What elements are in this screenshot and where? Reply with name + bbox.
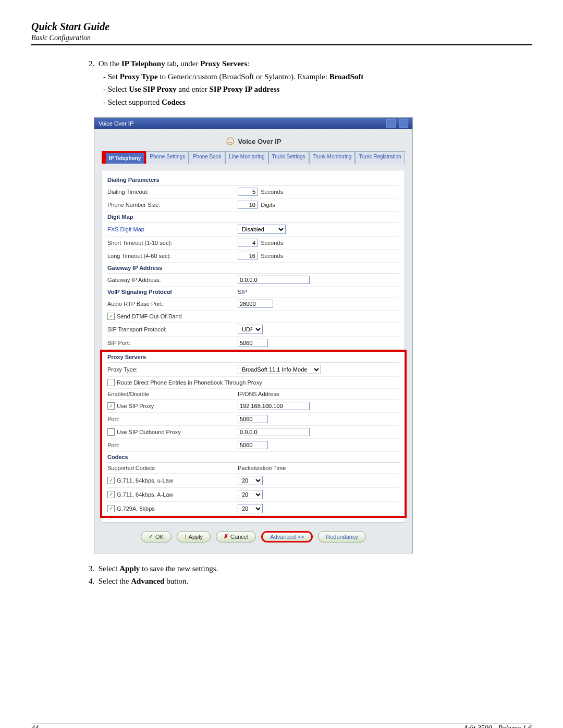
x-icon: ✗ xyxy=(224,533,228,540)
codec-alaw-checkbox[interactable]: ✓ xyxy=(107,491,115,498)
ok-button[interactable]: ✓OK xyxy=(141,531,172,542)
long-timeout-input[interactable] xyxy=(238,252,258,260)
sect-proxy: Proxy Servers xyxy=(107,352,399,363)
use-outbound-proxy-checkbox[interactable] xyxy=(107,428,115,436)
rtp-base-input[interactable] xyxy=(238,300,273,308)
instruction-steps: 2. On the IP Telephony tab, under Proxy … xyxy=(89,58,532,108)
outbound-proxy-ip-input[interactable] xyxy=(238,428,310,436)
fxs-digitmap-link[interactable]: FXS Digit Map xyxy=(107,226,238,232)
titlebar-icon-1[interactable] xyxy=(386,119,396,128)
phone-size-input[interactable] xyxy=(238,201,258,209)
sect-codecs: Codecs xyxy=(107,452,399,463)
sip-proxy-ip-input[interactable] xyxy=(238,402,310,410)
use-sip-proxy-checkbox[interactable]: ✓ xyxy=(107,402,115,410)
tab-phone-settings[interactable]: Phone Settings xyxy=(146,151,189,164)
apply-button[interactable]: !Apply xyxy=(177,531,211,542)
redundancy-button[interactable]: Redundancy xyxy=(318,531,366,542)
button-row: ✓OK !Apply ✗Cancel Advanced >> Redundanc… xyxy=(102,523,405,546)
step-2a: Set Proxy Type to Generic/custom (BroadS… xyxy=(103,71,532,83)
instruction-steps-after: 3. Select Apply to save the new settings… xyxy=(89,563,532,587)
tab-trunk-monitoring[interactable]: Trunk Monitoring xyxy=(309,151,356,164)
row-use-outbound-proxy: Use SIP Outbound Proxy xyxy=(107,426,399,439)
proxy-servers-highlight: Proxy Servers Proxy Type: BroadSoft 11.1… xyxy=(100,350,407,518)
exclaim-icon: ! xyxy=(185,534,187,540)
tab-bar: IP Telephony Phone Settings Phone Book L… xyxy=(102,151,405,164)
row-codec-g729: ✓G.729A, 8kbps 20 xyxy=(107,502,399,516)
row-fxs: FXS Digit Map Disabled xyxy=(107,223,399,237)
guide-subtitle: Basic Configuration xyxy=(31,34,532,42)
row-outbound-port: Port: xyxy=(107,439,399,452)
row-dial-timeout: Dialing Timeout: Seconds xyxy=(107,186,399,199)
codec-alaw-pt[interactable]: 20 xyxy=(238,490,263,499)
sect-voip-signaling: VoIP Signaling Protocol SIP xyxy=(107,287,399,298)
voip-screenshot: Voice Over IP Voice Over IP IP Telephony… xyxy=(94,117,413,553)
row-codecs-header: Supported Codecs Packetization Time xyxy=(107,463,399,474)
form-panel: Dialing Parameters Dialing Timeout: Seco… xyxy=(102,170,405,523)
step-2: 2. On the IP Telephony tab, under Proxy … xyxy=(89,58,532,70)
row-rtp-base: Audio RTP Base Port: xyxy=(107,298,399,311)
row-gateway-ip: Gateway IP Address: xyxy=(107,274,399,287)
row-enable-header: Enabled/Disable IP/DNS Address xyxy=(107,389,399,400)
codec-ulaw-pt[interactable]: 20 xyxy=(238,476,263,485)
step-3: 3. Select Apply to save the new settings… xyxy=(89,563,532,575)
row-dtmf: ✓Send DTMF Out-Of-Band xyxy=(107,311,399,323)
titlebar-icon-2[interactable] xyxy=(399,119,408,128)
doc-header: Quick Start Guide Basic Configuration xyxy=(31,21,532,45)
sip-port-input[interactable] xyxy=(238,339,268,347)
tab-trunk-registration[interactable]: Trunk Registration xyxy=(355,151,405,164)
row-use-sip-proxy: ✓Use SIP Proxy xyxy=(107,400,399,413)
sip-proxy-port-input[interactable] xyxy=(238,415,268,423)
row-sip-proxy-port: Port: xyxy=(107,413,399,426)
row-codec-ulaw: ✓G.711, 64kbps, u-Law 20 xyxy=(107,474,399,488)
row-route-direct: Route Direct Phone Entries in Phonebook … xyxy=(107,377,399,389)
cancel-button[interactable]: ✗Cancel xyxy=(216,531,256,542)
codec-g729-checkbox[interactable]: ✓ xyxy=(107,505,115,512)
product-release: Adit 3500 - Release 1.6 xyxy=(463,724,532,729)
step-2b: Select Use SIP Proxy and enter SIP Proxy… xyxy=(103,83,532,95)
titlebar-icons xyxy=(386,119,408,128)
tab-line-monitoring[interactable]: Line Monitoring xyxy=(225,151,268,164)
codec-g729-pt[interactable]: 20 xyxy=(238,504,263,513)
gateway-ip-input[interactable] xyxy=(238,276,310,284)
tab-trunk-settings[interactable]: Trunk Settings xyxy=(268,151,309,164)
outbound-port-input[interactable] xyxy=(238,441,268,449)
tab-ip-telephony[interactable]: IP Telephony xyxy=(104,151,146,164)
dtmf-checkbox[interactable]: ✓ xyxy=(107,313,115,320)
row-proxy-type: Proxy Type: BroadSoft 11.1 Info Mode xyxy=(107,363,399,377)
fxs-select[interactable]: Disabled xyxy=(238,225,286,234)
row-long-timeout: Long Timeout (4-60 sec): Seconds xyxy=(107,250,399,263)
sect-gateway: Gateway IP Address xyxy=(107,263,399,274)
proxy-type-select[interactable]: BroadSoft 11.1 Info Mode xyxy=(238,365,321,374)
check-icon: ✓ xyxy=(149,533,153,540)
dial-timeout-input[interactable] xyxy=(238,188,258,196)
svg-point-0 xyxy=(227,138,234,145)
row-sip-transport: SIP Transport Protocol: UDP xyxy=(107,323,399,337)
row-phone-size: Phone Number Size: Digits xyxy=(107,199,399,212)
codec-ulaw-checkbox[interactable]: ✓ xyxy=(107,477,115,484)
row-short-timeout: Short Timeout (1-10 sec): Seconds xyxy=(107,237,399,250)
page-number: 44 xyxy=(31,724,39,729)
sect-dialing: Dialing Parameters xyxy=(107,175,399,186)
step-4: 4. Select the Advanced button. xyxy=(89,575,532,587)
sect-digitmap: Digit Map xyxy=(107,212,399,223)
route-direct-checkbox[interactable] xyxy=(107,379,115,386)
window-titlebar: Voice Over IP xyxy=(94,118,412,129)
voip-icon xyxy=(226,137,235,146)
row-sip-port: SIP Port: xyxy=(107,337,399,350)
short-timeout-input[interactable] xyxy=(238,239,258,247)
sip-transport-select[interactable]: UDP xyxy=(238,325,263,334)
tab-phone-book[interactable]: Phone Book xyxy=(189,151,225,164)
step-2c: Select supported Codecs xyxy=(103,96,532,108)
row-codec-alaw: ✓G.711, 64kbps, A-Law 20 xyxy=(107,488,399,502)
window-title: Voice Over IP xyxy=(99,120,133,127)
page-footer: 44 Adit 3500 - Release 1.6 xyxy=(31,723,532,729)
advanced-button[interactable]: Advanced >> xyxy=(261,531,313,542)
page-title: Voice Over IP xyxy=(102,137,405,146)
guide-title: Quick Start Guide xyxy=(31,21,532,33)
